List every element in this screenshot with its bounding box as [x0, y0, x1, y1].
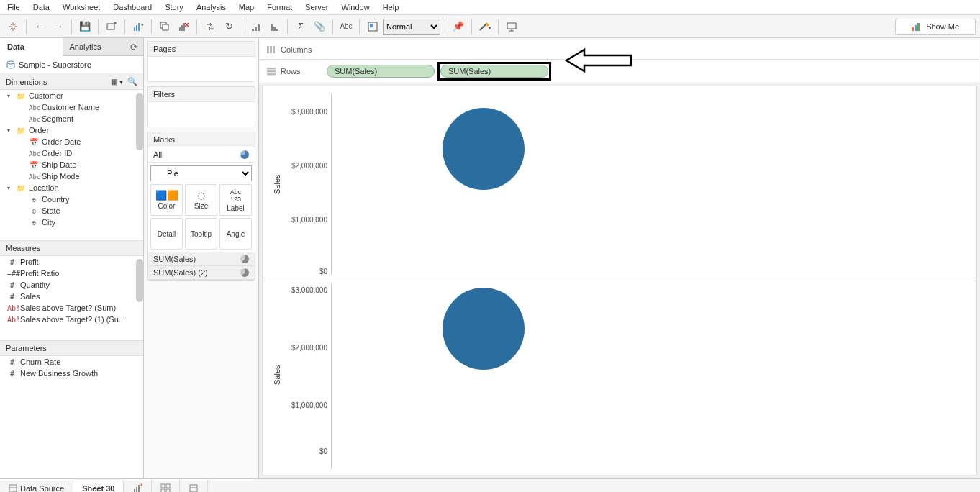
- annotation-highlight: SUM(Sales): [437, 62, 551, 81]
- mark-label-button[interactable]: Abc123Label: [219, 184, 252, 216]
- folder-order[interactable]: ▾Order: [0, 124, 143, 136]
- menu-file[interactable]: File: [7, 3, 20, 12]
- field-customer-name[interactable]: Customer Name: [0, 101, 143, 113]
- pill-sum-sales-1[interactable]: SUM(Sales): [327, 65, 435, 78]
- pie-mark-1[interactable]: [443, 108, 525, 190]
- chart-canvas[interactable]: Sales $3,000,000 $2,000,000 $1,000,000 $…: [262, 86, 977, 475]
- field-sales[interactable]: Sales: [0, 291, 143, 302]
- tab-sheet-30[interactable]: Sheet 30: [73, 480, 124, 493]
- tab-datasource[interactable]: Data Source: [0, 480, 73, 493]
- scrollbar-thumb[interactable]: [136, 93, 143, 150]
- new-story-button[interactable]: [180, 480, 208, 493]
- tab-analytics[interactable]: Analytics: [63, 38, 125, 56]
- mark-angle-button[interactable]: Angle: [219, 218, 252, 250]
- sort-desc-icon[interactable]: [266, 18, 283, 35]
- new-dashboard-button[interactable]: [152, 480, 180, 493]
- datasource-item[interactable]: Sample - Superstore: [0, 56, 143, 74]
- field-sat-1[interactable]: Ab!Sales above Target? (1) (Su...: [0, 314, 143, 325]
- labels-icon[interactable]: Abc: [337, 18, 355, 35]
- highlight-icon[interactable]: ▾: [476, 18, 494, 35]
- attach-icon[interactable]: 📎: [311, 18, 328, 35]
- field-state[interactable]: State: [0, 205, 143, 217]
- menu-story[interactable]: Story: [165, 3, 183, 12]
- fit-dropdown-icon[interactable]: [364, 18, 381, 35]
- new-worksheet-button[interactable]: [124, 480, 152, 493]
- svg-rect-47: [136, 487, 137, 492]
- field-order-id[interactable]: Order ID: [0, 147, 143, 159]
- new-worksheet-icon[interactable]: ▾: [130, 18, 147, 35]
- fit-select[interactable]: Normal: [383, 19, 440, 35]
- menu-server[interactable]: Server: [305, 3, 328, 12]
- refresh-icon[interactable]: ↻: [220, 18, 237, 35]
- marks-title: Marks: [148, 132, 255, 147]
- search-icon[interactable]: 🔍: [127, 77, 137, 86]
- menu-analysis[interactable]: Analysis: [196, 3, 226, 12]
- menu-worksheet[interactable]: Worksheet: [63, 3, 100, 12]
- duplicate-icon[interactable]: [156, 18, 173, 35]
- menu-data[interactable]: Data: [33, 3, 50, 12]
- field-country[interactable]: Country: [0, 193, 143, 205]
- field-order-date[interactable]: Order Date: [0, 136, 143, 147]
- save-icon[interactable]: 💾: [76, 18, 94, 35]
- refresh-pane-icon[interactable]: ⟳: [124, 38, 143, 56]
- field-city[interactable]: City: [0, 217, 143, 228]
- swap-icon[interactable]: [201, 18, 219, 35]
- presentation-icon[interactable]: [503, 18, 520, 35]
- menu-dashboard[interactable]: Dashboard: [113, 3, 152, 12]
- param-nbg[interactable]: New Business Growth: [0, 368, 143, 379]
- view-as-icon[interactable]: ▦ ▾: [111, 78, 123, 86]
- back-icon[interactable]: ←: [31, 18, 48, 35]
- svg-rect-18: [181, 25, 183, 31]
- field-profit-ratio[interactable]: =#Profit Ratio: [0, 268, 143, 279]
- show-me-button[interactable]: Show Me: [895, 19, 976, 35]
- parameters-header: Parameters: [0, 341, 143, 356]
- tab-data[interactable]: Data: [0, 38, 63, 56]
- totals-icon[interactable]: Σ: [292, 18, 309, 35]
- clear-icon[interactable]: [175, 18, 192, 35]
- columns-shelf[interactable]: Columns: [260, 40, 979, 60]
- field-ship-date[interactable]: Ship Date: [0, 159, 143, 170]
- tableau-logo-icon[interactable]: [4, 18, 22, 35]
- filters-card: Filters: [147, 86, 255, 127]
- mark-tooltip-button[interactable]: Tooltip: [185, 218, 217, 250]
- marks-all-row[interactable]: All: [148, 147, 255, 163]
- pie-icon: [240, 268, 249, 277]
- color-icon: 🟦🟧: [155, 190, 178, 201]
- menu-format[interactable]: Format: [267, 3, 292, 12]
- field-profit[interactable]: Profit: [0, 256, 143, 268]
- field-ship-mode[interactable]: Ship Mode: [0, 170, 143, 182]
- param-churn[interactable]: Churn Rate: [0, 356, 143, 368]
- menu-help[interactable]: Help: [383, 3, 399, 12]
- folder-customer[interactable]: ▾Customer: [0, 90, 143, 101]
- cards-column: Pages Filters Marks All Pie 🟦🟧Color ◌Siz…: [144, 38, 259, 478]
- mark-type-select[interactable]: Pie: [150, 165, 252, 181]
- pin-icon[interactable]: 📌: [450, 18, 467, 35]
- mark-color-button[interactable]: 🟦🟧Color: [150, 184, 183, 216]
- svg-rect-54: [166, 489, 170, 493]
- field-quantity[interactable]: Quantity: [0, 279, 143, 291]
- marks-sum-sales-1[interactable]: SUM(Sales): [148, 252, 255, 266]
- mark-detail-button[interactable]: Detail: [150, 218, 183, 250]
- pie-mark-2[interactable]: [443, 288, 525, 370]
- forward-icon[interactable]: →: [50, 18, 67, 35]
- field-sat-sum[interactable]: Ab!Sales above Target? (Sum): [0, 302, 143, 314]
- tick: $1,000,000: [277, 216, 327, 224]
- marks-sum-sales-2[interactable]: SUM(Sales) (2): [148, 266, 255, 280]
- pill-sum-sales-2[interactable]: SUM(Sales): [440, 65, 548, 78]
- new-datasource-icon[interactable]: [103, 18, 120, 35]
- sort-asc-icon[interactable]: [247, 18, 264, 35]
- menu-map[interactable]: Map: [239, 3, 254, 12]
- svg-rect-52: [166, 484, 170, 488]
- svg-line-6: [14, 24, 16, 25]
- scrollbar-thumb[interactable]: [136, 259, 143, 302]
- svg-rect-13: [138, 23, 140, 31]
- rows-shelf[interactable]: Rows SUM(Sales) SUM(Sales): [260, 61, 979, 81]
- pages-shelf[interactable]: [148, 57, 255, 81]
- mark-size-button[interactable]: ◌Size: [185, 184, 217, 216]
- svg-rect-42: [267, 70, 276, 73]
- folder-location[interactable]: ▾Location: [0, 182, 143, 193]
- menu-window[interactable]: Window: [342, 3, 370, 12]
- svg-rect-24: [258, 24, 260, 31]
- field-segment[interactable]: Segment: [0, 113, 143, 124]
- filters-shelf[interactable]: [148, 102, 255, 127]
